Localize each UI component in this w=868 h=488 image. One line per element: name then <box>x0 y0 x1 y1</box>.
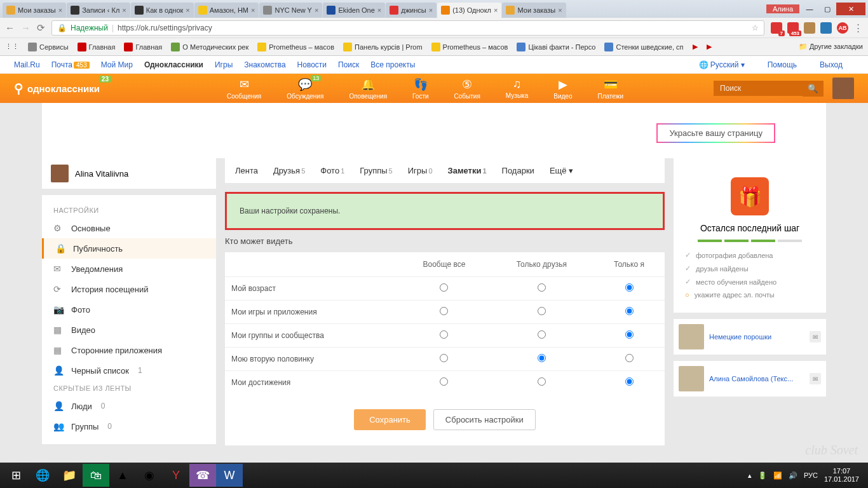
privacy-radio[interactable] <box>625 354 634 362</box>
browser-tab[interactable]: Мои заказы× <box>502 3 566 18</box>
taskbar-store-icon[interactable]: 🛍 <box>83 464 109 487</box>
taskbar-chrome-icon[interactable]: ◉ <box>136 464 163 487</box>
browser-tab[interactable]: джинсы× <box>386 3 437 18</box>
ok-nav-item[interactable]: 🔔Оповещения <box>349 78 387 100</box>
mailru-link[interactable]: Знакомства <box>244 60 285 69</box>
ad-close-icon[interactable]: ✉ <box>810 373 821 384</box>
privacy-radio[interactable] <box>440 283 448 292</box>
mailru-link[interactable]: Mail.Ru <box>14 60 40 69</box>
tab-close-icon[interactable]: × <box>494 6 498 14</box>
privacy-radio[interactable] <box>625 283 634 292</box>
taskbar-ie-icon[interactable]: 🌐 <box>29 464 56 487</box>
check-item[interactable]: ○укажите адрес эл. почты <box>685 288 815 301</box>
sidebar-item[interactable]: ✉Уведомления <box>42 259 216 279</box>
other-bookmarks[interactable]: 📁 Другие закладки <box>799 43 863 51</box>
bookmark-item[interactable]: ▶ <box>707 43 712 51</box>
chrome-user-badge[interactable]: Алина <box>766 4 799 13</box>
volume-icon[interactable]: 🔊 <box>789 471 797 480</box>
sidebar-item[interactable]: ⟳История посещений <box>42 279 216 299</box>
tab-close-icon[interactable]: × <box>251 6 255 14</box>
tab-close-icon[interactable]: × <box>186 6 189 14</box>
mailru-link[interactable]: Новости <box>297 60 327 69</box>
bookmark-item[interactable]: Сервисы <box>28 43 69 51</box>
sidebar-item[interactable]: ⚙Основные <box>42 218 216 238</box>
mailru-link[interactable]: Все проекты <box>370 60 415 69</box>
ad-item[interactable]: Немецкие порошки✉ <box>674 319 826 355</box>
mailru-link[interactable]: Почта453 <box>51 60 90 69</box>
browser-tab[interactable]: Амазон, НМ× <box>194 3 259 18</box>
bookmark-item[interactable]: Панель курсів | Prom <box>343 43 423 51</box>
tab-close-icon[interactable]: × <box>122 6 126 14</box>
browser-tab[interactable]: Мои заказы× <box>3 3 66 18</box>
privacy-radio[interactable] <box>625 307 634 315</box>
ok-nav-item[interactable]: ♫Музыка <box>506 78 528 100</box>
ok-nav-item[interactable]: ⑤События <box>454 78 480 100</box>
tray-up-icon[interactable]: ▴ <box>748 471 752 480</box>
forward-button[interactable]: → <box>21 22 31 33</box>
ok-header-avatar[interactable] <box>832 78 854 99</box>
ext-icon[interactable]: 7 <box>771 22 782 34</box>
profile-tab[interactable]: Игры0 <box>408 166 433 175</box>
mailru-help[interactable]: Помощь <box>768 60 797 69</box>
mailru-link[interactable]: Одноклассники <box>144 60 203 69</box>
bookmark-item[interactable]: Стенки шведские, сп <box>604 43 683 51</box>
ok-search-input[interactable] <box>714 81 803 96</box>
star-icon[interactable]: ☆ <box>752 24 759 32</box>
window-close-button[interactable]: ✕ <box>836 3 865 15</box>
tab-close-icon[interactable]: × <box>58 6 62 14</box>
browser-tab[interactable]: Ekiden One× <box>323 3 385 18</box>
privacy-radio[interactable] <box>538 330 546 339</box>
privacy-radio[interactable] <box>538 283 546 292</box>
sidebar-item[interactable]: 🔒Публичность <box>42 238 216 259</box>
network-icon[interactable]: 📶 <box>773 471 782 480</box>
taskbar-yandex-icon[interactable]: Y <box>163 464 189 487</box>
privacy-radio[interactable] <box>440 377 448 386</box>
reload-button[interactable]: ⟳ <box>37 22 45 34</box>
lang-indicator[interactable]: РУС <box>804 471 818 479</box>
ok-logo[interactable]: ⚲ одноклассники 23 <box>14 81 100 96</box>
browser-tab[interactable]: Записи ‹ Кл× <box>67 3 130 18</box>
window-maximize-button[interactable]: ▢ <box>818 3 836 15</box>
sidebar-item[interactable]: 👥Группы0 <box>42 416 216 437</box>
profile-tab[interactable]: Фото1 <box>320 166 344 175</box>
profile-row[interactable]: Alina Vitaliivna <box>42 158 216 189</box>
ext-icon[interactable] <box>820 22 832 34</box>
taskbar-explorer-icon[interactable]: 📁 <box>56 464 83 487</box>
privacy-radio[interactable] <box>538 307 546 315</box>
privacy-radio[interactable] <box>625 330 634 339</box>
taskbar-clock[interactable]: 17:07 17.01.2017 <box>824 467 859 484</box>
privacy-radio[interactable] <box>625 377 634 386</box>
sidebar-item[interactable]: 👤Люди0 <box>42 396 216 416</box>
bookmark-item[interactable]: Prometheus – масов <box>257 43 334 51</box>
ok-nav-item[interactable]: ✉Сообщения <box>227 78 261 100</box>
reset-button[interactable]: Сбросить настройки <box>433 409 536 430</box>
mailru-link[interactable]: Игры <box>215 60 233 69</box>
bookmark-item[interactable]: Цікаві факти - Персо <box>517 43 595 51</box>
privacy-radio[interactable] <box>538 354 546 362</box>
profile-tab[interactable]: Ещё ▾ <box>550 166 573 175</box>
save-button[interactable]: Сохранить <box>354 409 426 430</box>
privacy-radio[interactable] <box>440 354 448 362</box>
browser-tab[interactable]: (13) Однокл× <box>437 3 501 18</box>
bookmark-item[interactable]: Главная <box>78 43 116 51</box>
taskbar-word-icon[interactable]: W <box>216 464 243 487</box>
sidebar-item[interactable]: ▦Видео <box>42 320 216 340</box>
tab-close-icon[interactable]: × <box>315 6 318 14</box>
bookmark-item[interactable]: ▶ <box>693 43 698 51</box>
ok-nav-item[interactable]: 💳Платежи <box>597 78 623 100</box>
sidebar-item[interactable]: ▦Сторонние приложения <box>42 340 216 360</box>
apps-icon[interactable]: ⋮⋮ <box>5 43 19 51</box>
profile-tab[interactable]: Подарки <box>502 166 534 175</box>
tab-close-icon[interactable]: × <box>429 6 433 14</box>
url-field[interactable]: 🔒 Надежный | https://ok.ru/settings/priv… <box>51 20 764 36</box>
bookmark-item[interactable]: Prometheus – масов <box>431 43 508 51</box>
bookmark-item[interactable]: О Методических рек <box>171 43 248 51</box>
adblock-icon[interactable]: AB <box>837 22 848 34</box>
sidebar-item[interactable]: 👤Черный список1 <box>42 360 216 381</box>
ok-nav-item[interactable]: 👣Гости <box>412 78 428 100</box>
ok-search-button[interactable]: 🔍 <box>803 81 824 97</box>
privacy-radio[interactable] <box>538 377 546 386</box>
ok-nav-item[interactable]: ▶Видео <box>553 78 572 100</box>
profile-tab[interactable]: Заметки1 <box>448 166 487 175</box>
window-minimize-button[interactable]: — <box>801 3 818 15</box>
